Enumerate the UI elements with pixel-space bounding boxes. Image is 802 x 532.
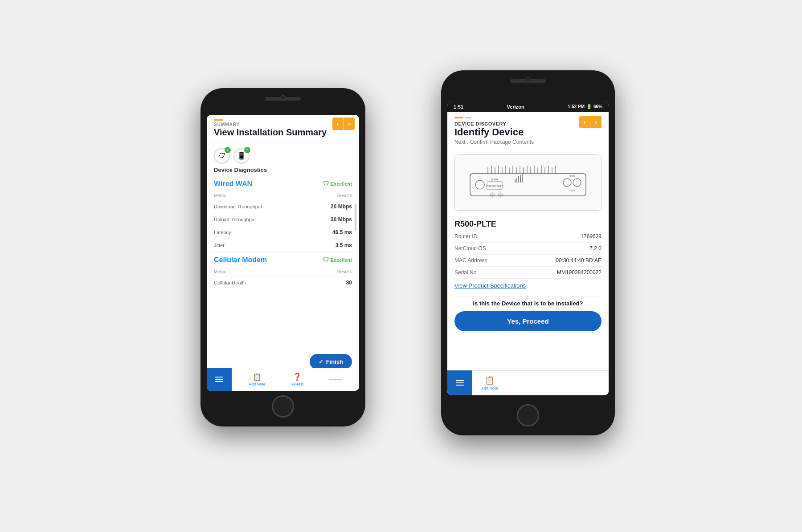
download-throughput-row: Download Throughput 20 Mbps — [214, 200, 352, 213]
metrics-header-2: Metric Results — [214, 268, 352, 276]
right-nav-prev[interactable]: ‹ — [579, 116, 590, 128]
left-page-title: View Installation Summary — [214, 127, 327, 138]
summary-label: SUMMARY — [214, 119, 327, 127]
svg-text:DIV: DIV — [570, 175, 575, 178]
left-menu-button[interactable] — [207, 368, 232, 391]
svg-text:GPS: GPS — [570, 189, 576, 192]
finish-button[interactable]: ✓ Finish — [310, 354, 352, 370]
netcloud-row: NetCloud OS 7.2.0 — [454, 243, 602, 255]
left-nav-next[interactable]: › — [344, 118, 355, 130]
left-nav-prev[interactable]: ‹ — [332, 118, 344, 130]
cellular-modem-section-header: Cellular Modem 🛡 Excellent — [207, 252, 359, 268]
yes-proceed-button[interactable]: Yes, Proceed — [454, 311, 602, 331]
device-diagram: MAIN PLTE SIM ONLY DIV GPS — [454, 154, 602, 211]
mac-row: MAC Address 00:30:44:40:BD:AE — [454, 255, 602, 267]
right-page-title: Identify Device — [454, 126, 534, 138]
status-icons: 1:52 PM 🔋 66% — [568, 104, 602, 109]
dot-1 — [454, 117, 463, 118]
battery-indicator: 🔋 — [586, 104, 592, 109]
time-right: 1:52 PM — [568, 104, 585, 109]
diagnostics-label: Device Diagnostics — [207, 167, 359, 176]
device-model: R500-PLTE — [447, 216, 609, 231]
svg-text:PLTE SIM ONLY: PLTE SIM ONLY — [486, 185, 503, 187]
phone-right: 1:51 Verizon 1:52 PM 🔋 66% DEVICE — [441, 70, 615, 435]
time-left: 1:51 — [454, 104, 463, 110]
right-hamburger-icon — [456, 380, 464, 386]
left-camera — [281, 95, 285, 100]
device-icon-shield: 🛡 ✓ — [214, 148, 230, 164]
right-menu-button[interactable] — [447, 370, 472, 395]
svg-point-23 — [573, 179, 581, 187]
cellular-shield: 🛡 — [323, 256, 329, 263]
bottom-divider — [329, 379, 342, 380]
right-bottom-bar: 📋 Add Note — [447, 370, 609, 395]
view-specs-link[interactable]: View Product Specifications — [447, 279, 609, 292]
svg-text:MAIN: MAIN — [491, 178, 498, 181]
left-bottom-actions: 📋 Add Note ❓ Re-test — [232, 373, 359, 386]
finish-check-icon: ✓ — [319, 358, 323, 365]
right-add-note-icon: 📋 — [485, 375, 495, 385]
cellular-modem-title: Cellular Modem — [214, 256, 267, 264]
status-bar: 1:51 Verizon 1:52 PM 🔋 66% — [447, 102, 609, 112]
upload-throughput-row: Upload Throughput 30 Mbps — [214, 213, 352, 226]
left-screen: SUMMARY View Installation Summary ‹ › 🛡 … — [207, 115, 359, 391]
jitter-row: Jitter 3.5 ms — [214, 239, 352, 252]
svg-point-21 — [475, 180, 484, 189]
cellular-health-row: Cellular Health 80 — [214, 276, 352, 289]
retest-button[interactable]: ❓ Re-test — [291, 373, 303, 386]
metrics-header-1: Metric Results — [214, 191, 352, 200]
scroll-indicator — [355, 204, 356, 231]
wired-wan-shield: 🛡 — [323, 180, 329, 187]
cellular-metrics: Metric Results Cellular Health 80 — [207, 268, 359, 289]
device-icon-sim: 📱 ✓ — [233, 148, 250, 164]
right-nav-next[interactable]: › — [590, 116, 602, 128]
svg-rect-31 — [522, 174, 523, 183]
right-subtitle: Next : Confirm Package Contents — [454, 139, 534, 145]
right-add-note-button[interactable]: 📋 Add Note — [472, 375, 507, 390]
router-svg: MAIN PLTE SIM ONLY DIV GPS — [461, 160, 595, 205]
right-header: DEVICE DISCOVERY Identify Device Next : … — [447, 112, 609, 149]
discovery-label: DEVICE DISCOVERY — [454, 121, 534, 126]
wired-wan-section-header: Wired WAN 🛡 Excellent — [207, 176, 359, 191]
wired-wan-metrics: Metric Results Download Throughput 20 Mb… — [207, 191, 359, 252]
confirm-section: Is this the Device that is to be install… — [454, 296, 602, 335]
serial-row: Serial No MM190384200022 — [454, 267, 602, 279]
confirm-question: Is this the Device that is to be install… — [454, 300, 602, 307]
svg-point-22 — [563, 179, 571, 187]
add-note-icon: 📋 — [253, 373, 262, 381]
left-header: SUMMARY View Installation Summary ‹ › — [207, 115, 359, 143]
right-screen: 1:51 Verizon 1:52 PM 🔋 66% DEVICE — [447, 102, 609, 395]
wired-wan-status: 🛡 Excellent — [323, 180, 352, 187]
device-icons-row: 🛡 ✓ 📱 ✓ — [207, 143, 359, 167]
dot-2 — [465, 117, 471, 118]
router-id-row: Router ID 1769629 — [454, 231, 602, 243]
add-note-button[interactable]: 📋 Add Note — [249, 373, 266, 386]
left-nav-arrows[interactable]: ‹ › — [332, 118, 355, 130]
svg-rect-27 — [515, 179, 516, 183]
info-table: Router ID 1769629 NetCloud OS 7.2.0 MAC … — [447, 231, 609, 279]
retest-icon: ❓ — [293, 373, 302, 381]
check-icon-1: ✓ — [225, 147, 231, 153]
left-home-button[interactable] — [272, 395, 294, 418]
right-home-button[interactable] — [517, 404, 539, 426]
progress-dots — [454, 117, 534, 118]
left-bottom-bar: 📋 Add Note ❓ Re-test — [207, 368, 359, 391]
right-nav-arrows[interactable]: ‹ › — [579, 116, 602, 128]
svg-rect-28 — [516, 178, 517, 183]
wired-wan-title: Wired WAN — [214, 180, 252, 188]
latency-row: Latency 46.5 ms — [214, 226, 352, 239]
svg-rect-30 — [520, 175, 521, 183]
svg-rect-29 — [518, 176, 519, 183]
cellular-modem-status: 🛡 Excellent — [323, 256, 352, 263]
carrier: Verizon — [507, 104, 524, 110]
check-icon-2: ✓ — [244, 147, 250, 153]
hamburger-icon — [215, 377, 223, 382]
phone-left: SUMMARY View Installation Summary ‹ › 🛡 … — [200, 88, 365, 426]
right-camera — [526, 77, 530, 82]
scene: SUMMARY View Installation Summary ‹ › 🛡 … — [89, 44, 713, 489]
